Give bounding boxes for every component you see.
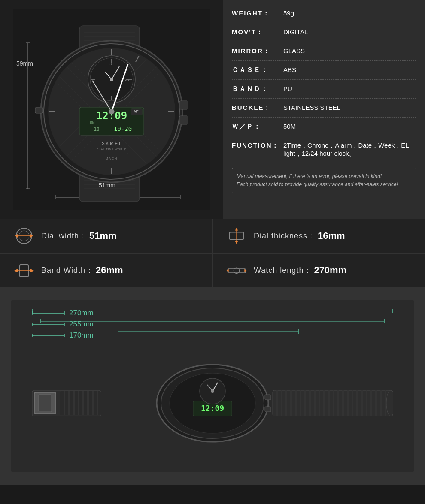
watch-length-value: 270mm bbox=[314, 265, 346, 276]
svg-rect-21 bbox=[179, 101, 188, 109]
svg-text:PM: PM bbox=[90, 121, 95, 125]
watch-length-label: Watch length： bbox=[254, 265, 312, 275]
spec-label-buckle: BUCKLE： bbox=[232, 104, 283, 112]
spec-label-weight: WEIGHT： bbox=[232, 9, 283, 18]
note-box: Manual measurement, if there is an error… bbox=[232, 168, 416, 193]
dial-width-label: Dial width： bbox=[41, 231, 87, 241]
svg-rect-23 bbox=[35, 107, 43, 113]
spec-value-mirror: GLASS bbox=[283, 47, 416, 54]
measure-band-width: Band Width： 26mm bbox=[0, 253, 212, 287]
svg-rect-102 bbox=[39, 395, 52, 412]
watch-image-panel: 59mm 51mm bbox=[0, 0, 223, 219]
svg-text:18: 18 bbox=[94, 127, 99, 132]
spec-value-case: ABS bbox=[283, 66, 416, 73]
svg-rect-121 bbox=[265, 395, 271, 400]
band-width-value: 26mm bbox=[96, 265, 123, 276]
spec-value-buckle: STAINLESS STEEL bbox=[283, 104, 416, 111]
watch-length-icon bbox=[226, 260, 247, 281]
spec-label-wp: Ｗ／Ｐ： bbox=[232, 123, 283, 131]
spec-label-mirror: MIRROR： bbox=[232, 47, 283, 55]
svg-rect-103 bbox=[60, 391, 101, 415]
dim-lines-svg bbox=[32, 307, 393, 345]
svg-rect-122 bbox=[265, 407, 271, 412]
measure-dial-width: Dial width： 51mm bbox=[0, 219, 212, 253]
spec-label-function: FUNCTION： bbox=[232, 142, 283, 150]
svg-rect-22 bbox=[179, 116, 188, 124]
diagram-container: 270mm 255mm 170mm bbox=[11, 300, 414, 472]
bottom-section: 270mm 255mm 170mm bbox=[0, 287, 425, 485]
spec-row-function: FUNCTION： 2Time，Chrono，Alarm，Date，Week，E… bbox=[232, 136, 416, 163]
spec-value-band: PU bbox=[283, 85, 416, 92]
svg-text:12:09: 12:09 bbox=[201, 404, 224, 413]
svg-text:WE: WE bbox=[134, 110, 139, 114]
spec-row-movement: MOV'T： DIGITAL bbox=[232, 23, 416, 42]
spec-row-mirror: MIRROR： GLASS bbox=[232, 42, 416, 61]
dial-thickness-icon bbox=[226, 225, 247, 247]
spec-label-case: ＣＡＳＥ： bbox=[232, 66, 283, 74]
measure-watch-length: Watch length： 270mm bbox=[212, 253, 425, 287]
measure-dial-thickness: Dial thickness： 16mm bbox=[212, 219, 425, 253]
svg-text:SKMEI: SKMEI bbox=[102, 141, 121, 146]
spec-row-buckle: BUCKLE： STAINLESS STEEL bbox=[232, 99, 416, 118]
spec-label-band: ＢＡＮＤ： bbox=[232, 85, 283, 93]
specs-panel: WEIGHT： 59g MOV'T： DIGITAL MIRROR： GLASS… bbox=[223, 0, 425, 219]
svg-point-120 bbox=[211, 389, 214, 393]
svg-text:MACH: MACH bbox=[106, 157, 118, 160]
spec-row-wp: Ｗ／Ｐ： 50M bbox=[232, 118, 416, 136]
note-line2: Each product sold to provide quality ass… bbox=[237, 181, 412, 189]
dim-51-label: 51mm bbox=[99, 182, 115, 189]
svg-text:DUAL TIME WORLD: DUAL TIME WORLD bbox=[97, 148, 127, 151]
dial-width-value: 51mm bbox=[89, 230, 117, 241]
band-width-label: Band Width： bbox=[41, 265, 94, 275]
spec-label-movement: MOV'T： bbox=[232, 28, 283, 36]
spec-value-wp: 50M bbox=[283, 123, 416, 130]
svg-text:10-20: 10-20 bbox=[114, 125, 132, 132]
svg-text:30: 30 bbox=[110, 62, 114, 66]
dimension-lines bbox=[32, 307, 401, 347]
watch-svg: 30 60 12:09 PM WE 18 10-20 SKMEI DUAL TI… bbox=[13, 9, 210, 210]
dial-thickness-label: Dial thickness： bbox=[254, 231, 316, 241]
dim-59-label: 59mm bbox=[16, 60, 33, 67]
svg-point-44 bbox=[110, 78, 113, 81]
dial-thickness-value: 16mm bbox=[318, 230, 345, 241]
spec-value-movement: DIGITAL bbox=[283, 28, 416, 36]
measurement-bars: Dial width： 51mm Dial thickness： 16mm bbox=[0, 219, 425, 287]
svg-point-63 bbox=[109, 109, 114, 114]
top-section: 59mm 51mm bbox=[0, 0, 425, 219]
spec-row-band: ＢＡＮＤ： PU bbox=[232, 80, 416, 99]
spec-value-function: 2Time，Chrono，Alarm，Date，Week，EL light，12… bbox=[283, 142, 416, 158]
note-line1: Manual measurement, if there is an error… bbox=[237, 172, 412, 181]
spec-value-weight: 59g bbox=[283, 9, 416, 17]
watch-diagram: 59mm 51mm bbox=[13, 9, 210, 210]
watch-band-diagram: 12:09 bbox=[32, 360, 393, 446]
band-width-icon bbox=[13, 260, 35, 281]
svg-text:60: 60 bbox=[125, 79, 129, 82]
svg-rect-78 bbox=[228, 269, 246, 273]
spec-row-weight: WEIGHT： 59g bbox=[232, 4, 416, 23]
spec-row-case: ＣＡＳＥ： ABS bbox=[232, 61, 416, 80]
dial-width-icon bbox=[13, 225, 35, 247]
